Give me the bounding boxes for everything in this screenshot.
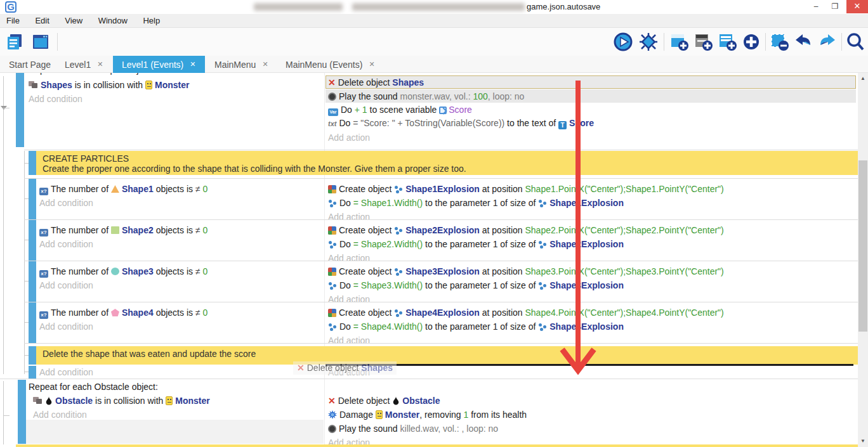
condition-shape2-count[interactable]: x?The number of Shape2 objects is ≠ 0 (39, 224, 207, 237)
tab-mainmenu-events[interactable]: MainMenu (Events)✕ (277, 56, 384, 73)
undo-icon[interactable] (793, 32, 813, 52)
particles-icon (538, 240, 547, 249)
action-create-shape3explosion[interactable]: Create object Shape3Explosion at positio… (328, 265, 724, 278)
toolbar (0, 28, 868, 56)
scroll-up-icon[interactable]: ▲ (858, 74, 868, 83)
condition-shape1-count[interactable]: x?The number of Shape1 objects is ≠ 0 (39, 183, 207, 196)
action-play-sound-monster[interactable]: Play the sound monster.wav, vol.: 100, l… (328, 90, 524, 103)
event-header-clipped: Repeat for each Shapes object: (29, 73, 153, 77)
tab-mainmenu[interactable]: MainMenu✕ (206, 56, 277, 73)
comment-create-particles[interactable]: CREATE PARTICLES Create the proper one a… (36, 151, 858, 175)
add-action-button[interactable]: Add action (328, 293, 370, 306)
menu-view[interactable]: View (58, 14, 89, 27)
close-button[interactable]: ✕ (846, 0, 868, 13)
add-subevent-icon[interactable] (693, 32, 713, 52)
object-count-icon: x? (39, 188, 48, 195)
comment-body: Create the proper one according to the s… (43, 164, 852, 174)
delete-x-icon: ✕ (328, 396, 336, 406)
redo-icon[interactable] (817, 32, 838, 52)
title-bar: G game.json.autosave – ❐ ✕ (0, 0, 868, 14)
action-set-score-text[interactable]: txtDo = "Score: " + ToString(Variable(Sc… (328, 117, 594, 130)
minimize-button[interactable]: – (807, 0, 825, 13)
shape3-circle-icon (111, 268, 119, 275)
action-create-shape4explosion[interactable]: Create object Shape4Explosion at positio… (328, 306, 724, 320)
condition-column-filler (26, 420, 324, 444)
event-accent-bar[interactable] (29, 220, 36, 261)
tab-start-page[interactable]: Start Page (0, 56, 60, 73)
shape1-triangle-icon (111, 185, 119, 193)
event2-header[interactable]: Repeat for each Obstacle object: (29, 380, 158, 394)
action-increment-score-variable[interactable]: VarDo + 1 to scene variable Score (328, 103, 472, 117)
tab-level1[interactable]: Level1✕ (56, 56, 112, 73)
event-accent-bar[interactable] (29, 302, 36, 343)
add-condition-button[interactable]: Add condition (39, 197, 93, 210)
sound-icon (328, 93, 336, 101)
redacted-title-segment (254, 3, 343, 11)
condition-shape3-count[interactable]: x?The number of Shape3 objects is ≠ 0 (39, 265, 207, 278)
action-create-shape2explosion[interactable]: Create object Shape2Explosion at positio… (328, 224, 724, 237)
menu-help[interactable]: Help (136, 14, 166, 27)
preview-play-icon[interactable] (613, 32, 633, 52)
condition-shapes-collision[interactable]: Shapes is in collision with Monster (29, 79, 189, 92)
tab-close-icon[interactable]: ✕ (369, 60, 374, 68)
comment-text: Delete the shape that was eaten and upda… (43, 349, 852, 359)
search-icon[interactable] (845, 32, 865, 52)
tab-close-icon[interactable]: ✕ (190, 60, 195, 68)
action-delete-shapes[interactable]: ✕Delete object Shapes (328, 76, 424, 89)
add-event-icon[interactable] (669, 32, 689, 52)
add-action-button[interactable]: Add action (328, 334, 370, 347)
create-object-icon (328, 226, 336, 235)
action-play-sound-killed[interactable]: Play the sound killed.wav, vol.: , loop:… (328, 422, 498, 436)
event-accent-bar[interactable] (29, 179, 36, 219)
delete-event-icon[interactable] (769, 32, 789, 52)
object-count-icon: x? (39, 229, 48, 236)
comment-accent-bar[interactable] (29, 151, 36, 175)
add-other-event-icon[interactable] (741, 32, 761, 52)
delete-x-icon: ✕ (297, 361, 305, 375)
action-size-shape1explosion[interactable]: Do = Shape1.Width() to the parameter 1 o… (328, 197, 624, 210)
condition-obstacle-collision[interactable]: Obstacle is in collision with Monster (33, 394, 210, 408)
menu-window[interactable]: Window (92, 14, 134, 27)
project-manager-icon[interactable] (5, 32, 25, 52)
particles-icon (538, 282, 547, 290)
menu-file[interactable]: File (0, 14, 26, 27)
add-condition-button[interactable]: Add condition (39, 366, 93, 379)
maximize-button[interactable]: ❐ (826, 0, 844, 13)
debug-icon[interactable] (638, 32, 659, 52)
add-comment-icon[interactable] (717, 32, 737, 52)
scrollbar-thumb[interactable] (858, 160, 867, 332)
add-condition-button[interactable]: Add condition (33, 408, 87, 422)
action-damage-monster[interactable]: Damage Monster, removing 1 from its heal… (328, 408, 527, 422)
tab-close-icon[interactable]: ✕ (97, 60, 103, 68)
monster-object-icon (145, 81, 152, 89)
scene-window-icon[interactable] (30, 32, 51, 52)
comment-accent-bar[interactable] (29, 346, 36, 365)
event-accent-bar[interactable] (29, 366, 36, 379)
action-create-shape1explosion[interactable]: Create object Shape1Explosion at positio… (328, 183, 724, 196)
condition-shape4-count[interactable]: x?The number of Shape4 objects is ≠ 0 (39, 306, 207, 320)
add-action-button[interactable]: Add action (328, 131, 370, 145)
menu-edit[interactable]: Edit (29, 14, 55, 27)
event-accent-bar[interactable] (16, 73, 24, 147)
tab-close-icon[interactable]: ✕ (262, 60, 268, 68)
action-size-shape3explosion[interactable]: Do = Shape3.Width() to the parameter 1 o… (328, 279, 624, 292)
add-condition-button[interactable]: Add condition (39, 320, 93, 334)
add-action-button[interactable]: Add action (328, 252, 370, 265)
event-accent-bar[interactable] (18, 380, 26, 444)
particles-icon (538, 323, 547, 331)
tab-level1-events[interactable]: Level1 (Events)✕ (113, 56, 205, 73)
add-action-button[interactable]: Add action (328, 211, 370, 224)
event-accent-bar[interactable] (29, 261, 36, 302)
comment-delete-shape[interactable]: Delete the shape that was eaten and upda… (36, 346, 858, 365)
create-object-icon (328, 309, 336, 317)
action-size-shape4explosion[interactable]: Do = Shape4.Width() to the parameter 1 o… (328, 320, 624, 334)
scroll-down-icon[interactable]: ▼ (858, 437, 868, 446)
action-size-shape2explosion[interactable]: Do = Shape2.Width() to the parameter 1 o… (328, 238, 624, 251)
add-condition-button[interactable]: Add condition (29, 93, 82, 106)
action-delete-obstacle[interactable]: ✕Delete object Obstacle (328, 394, 440, 408)
add-condition-button[interactable]: Add condition (39, 238, 93, 251)
add-condition-button[interactable]: Add condition (39, 279, 93, 292)
drag-drop-indicator (326, 364, 853, 366)
tab-bar: Start Page Level1✕ Level1 (Events)✕ Main… (0, 56, 868, 73)
particles-icon (394, 185, 403, 193)
